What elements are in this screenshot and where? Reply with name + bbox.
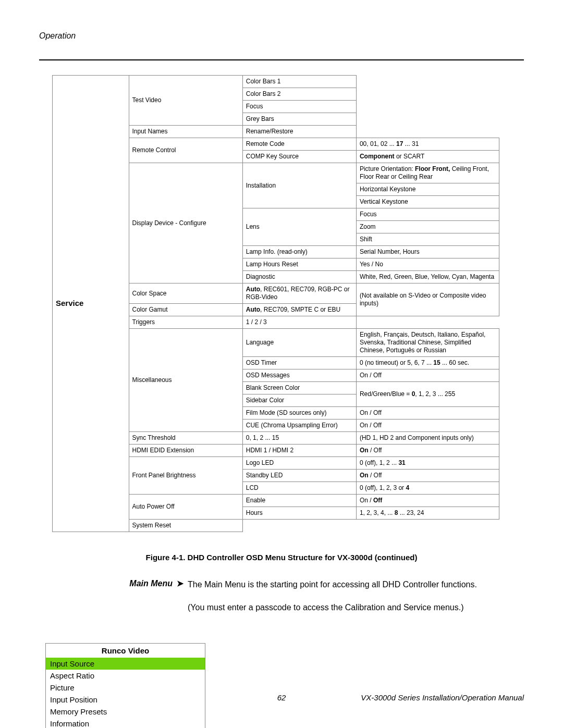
menu-item: Memory Presets (46, 706, 205, 718)
cell-empty (242, 520, 499, 532)
cell: Color Bars 1 (242, 76, 356, 88)
cell: HDMI 1 / HDMI 2 (242, 445, 356, 457)
cell: Standby LED (242, 470, 356, 482)
cell: 0 (no timeout) or 5, 6, 7 ... 15 ... 60 … (356, 357, 499, 369)
cell: On / Off (356, 445, 499, 457)
menu-item: Input Source (46, 658, 205, 670)
section-label: Service (53, 76, 129, 532)
header-rule (39, 59, 524, 60)
page-number: 62 (277, 693, 286, 702)
cell: Film Mode (SD sources only) (242, 407, 356, 419)
cell: COMP Key Source (242, 151, 356, 163)
arrow-right-icon: ➤ (177, 578, 183, 588)
page-header: Operation (39, 31, 524, 41)
cell: Picture Orientation: Floor Front, Ceilin… (356, 163, 499, 183)
menu-box: Runco Video Input SourceAspect RatioPict… (45, 643, 205, 728)
cell: Lamp Hours Reset (242, 258, 356, 271)
cell: On / Off (356, 495, 499, 507)
cell: Serial Number, Hours (356, 246, 499, 258)
cell: Component or SCART (356, 151, 499, 163)
row-miscellaneous: Miscellaneous (129, 329, 242, 432)
cell: (Not available on S-Video or Composite v… (356, 283, 499, 316)
cell: CUE (Chroma Upsampling Error) (242, 419, 356, 432)
row-front-panel-brightness: Front Panel Brightness (129, 457, 242, 495)
cell: Vertical Keystone (356, 196, 499, 208)
osd-menu-table: Service Test Video Color Bars 1 Color Ba… (52, 75, 499, 532)
footer-title: VX-3000d Series Installation/Operation M… (361, 693, 524, 702)
row-color-space: Color Space (129, 283, 242, 304)
cell: 1 / 2 / 3 (242, 316, 356, 329)
cell: Auto, REC601, REC709, RGB-PC or RGB-Vide… (242, 283, 356, 304)
cell: Color Bars 2 (242, 88, 356, 101)
cell: Red/Green/Blue = 0, 1, 2, 3 ... 255 (356, 382, 499, 407)
menu-item: Picture (46, 682, 205, 694)
cell: 0, 1, 2 ... 15 (242, 432, 356, 445)
figure-caption: Figure 4-1. DHD Controller OSD Menu Stru… (39, 553, 524, 562)
main-menu-heading: Main Menu ➤ (39, 578, 188, 588)
cell: (HD 1, HD 2 and Component inputs only) (356, 432, 499, 445)
cell: English, Français, Deutsch, Italiano, Es… (356, 329, 499, 357)
main-menu-text-2: (You must enter a passcode to access the… (188, 601, 524, 614)
cell: On / Off (356, 407, 499, 419)
cell: Installation (242, 163, 356, 208)
row-test-video: Test Video (129, 76, 242, 126)
cell: 0 (off), 1, 2 ... 31 (356, 457, 499, 470)
main-menu-text-1: The Main Menu is the starting point for … (188, 578, 524, 591)
cell: Diagnostic (242, 271, 356, 283)
cell: LCD (242, 482, 356, 495)
cell-empty (356, 316, 499, 329)
row-color-gamut: Color Gamut (129, 304, 242, 316)
cell: OSD Messages (242, 369, 356, 382)
cell: 1, 2, 3, 4, ... 8 ... 23, 24 (356, 507, 499, 520)
cell: Remote Code (242, 138, 356, 151)
cell: Language (242, 329, 356, 357)
row-auto-power-off: Auto Power Off (129, 495, 242, 520)
cell: Auto, REC709, SMPTE C or EBU (242, 304, 356, 316)
cell: Horizontal Keystone (356, 183, 499, 196)
cell: Rename/Restore (242, 126, 356, 138)
cell: Blank Screen Color (242, 382, 356, 394)
menu-item: Aspect Ratio (46, 670, 205, 682)
cell: White, Red, Green, Blue, Yellow, Cyan, M… (356, 271, 499, 283)
cell: On / Off (356, 419, 499, 432)
cell: Focus (356, 208, 499, 221)
cell: 0 (off), 1, 2, 3 or 4 (356, 482, 499, 495)
cell: Focus (242, 101, 356, 113)
main-menu-label: Main Menu (129, 579, 173, 588)
cell: Logo LED (242, 457, 356, 470)
cell: Hours (242, 507, 356, 520)
row-sync-threshold: Sync Threshold (129, 432, 242, 445)
menu-item: Information (46, 718, 205, 728)
cell: Zoom (356, 221, 499, 233)
menu-box-title: Runco Video (46, 644, 205, 658)
row-input-names: Input Names (129, 126, 242, 138)
cell: Enable (242, 495, 356, 507)
row-hdmi-edid: HDMI EDID Extension (129, 445, 242, 457)
row-triggers: Triggers (129, 316, 242, 329)
cell: OSD Timer (242, 357, 356, 369)
row-system-reset: System Reset (129, 520, 242, 532)
cell: Yes / No (356, 258, 499, 271)
cell: On / Off (356, 470, 499, 482)
row-display-device-configure: Display Device - Configure (129, 163, 242, 283)
cell: Lamp Info. (read-only) (242, 246, 356, 258)
cell: Lens (242, 208, 356, 246)
cell-empty (356, 126, 499, 138)
cell-empty (356, 76, 499, 126)
cell: Shift (356, 233, 499, 246)
row-remote-control: Remote Control (129, 138, 242, 163)
cell: On / Off (356, 369, 499, 382)
cell: Sidebar Color (242, 394, 356, 407)
cell: 00, 01, 02 ... 17 ... 31 (356, 138, 499, 151)
cell: Grey Bars (242, 113, 356, 126)
